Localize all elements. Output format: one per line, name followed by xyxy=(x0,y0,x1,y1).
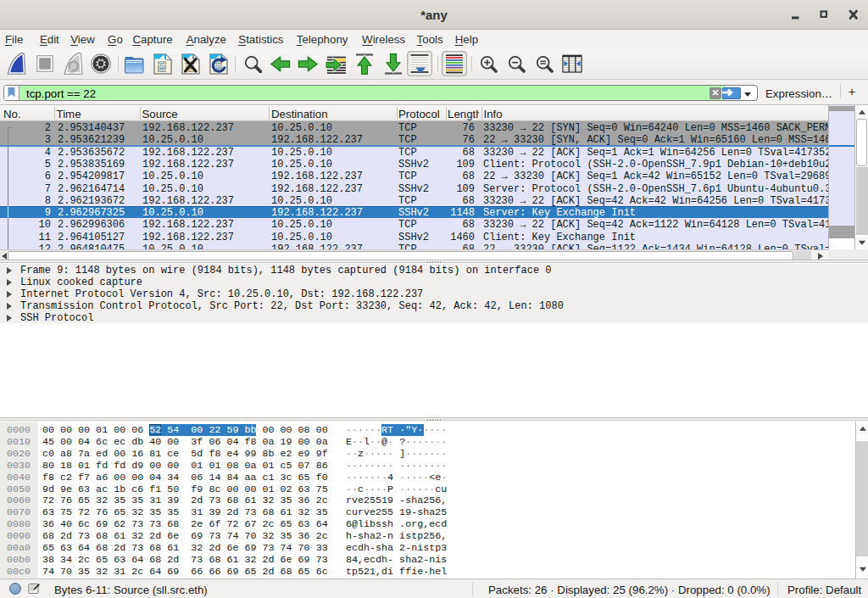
svg-text:0111: 0111 xyxy=(158,69,166,73)
